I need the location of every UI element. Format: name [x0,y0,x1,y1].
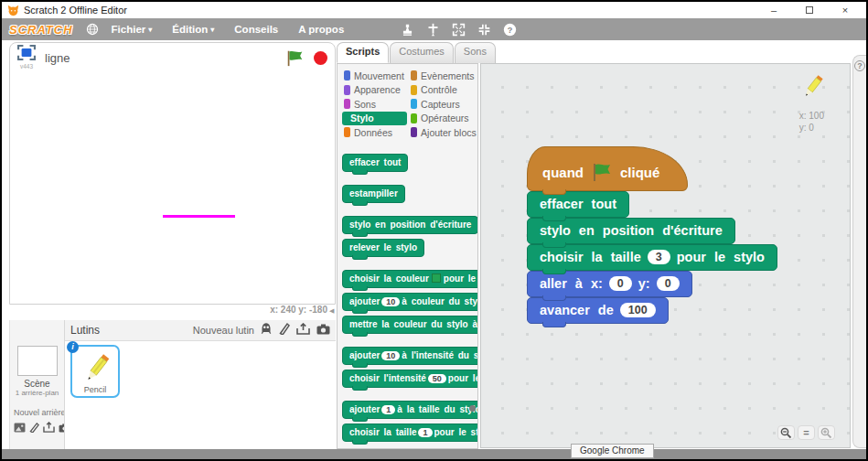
category-color-chip [344,70,350,80]
green-flag-button[interactable] [285,49,305,67]
delete-icon[interactable] [426,23,440,37]
upload-sprite-icon[interactable] [296,322,310,338]
block-value-input[interactable]: 1 [381,405,395,414]
scratch-window: Scratch 2 Offline Editor – × SCRATCH Fic… [0,0,868,461]
menu-a-propos[interactable]: A propos [298,24,344,35]
menu-conseils[interactable]: Conseils [234,24,278,35]
shrink-sprite-icon[interactable] [477,23,491,37]
block-label: cliqué [620,165,659,180]
minimize-button[interactable]: – [758,5,789,16]
backdrop-library-icon[interactable] [14,420,26,436]
restore-button[interactable] [794,5,825,16]
pencil-sprite-image [81,350,111,391]
stage-canvas[interactable] [10,70,335,301]
palette-block[interactable]: relever le stylo [342,239,424,257]
script-block[interactable]: avancer de100 [527,297,669,324]
sprite-info-badge[interactable]: i [67,341,79,353]
zoom-reset-button[interactable]: = [798,425,815,440]
script-hat-block[interactable]: quandcliqué [527,146,688,191]
paint-sprite-icon[interactable] [279,322,290,338]
camera-sprite-icon[interactable] [316,322,330,338]
block-label: aller à x: [540,276,603,291]
tab-sons[interactable]: Sons [455,42,496,63]
palette-block[interactable]: choisir l'intensité50pour le stylo [342,370,478,388]
zoom-out-button[interactable] [777,425,795,440]
palette-scrollbar-thumb[interactable] [469,405,476,412]
palette-block[interactable]: ajouter10à couleur du stylo [342,293,478,311]
palette-collapse-arrow[interactable]: ◀ [329,307,334,315]
tab-scripts[interactable]: Scripts [337,42,389,63]
category-color-chip [411,127,417,137]
script-block[interactable]: aller à x:0y:0 [527,271,692,297]
category-mouvement[interactable]: Mouvement [342,69,407,83]
palette-block[interactable]: ajouter10à l'intensité du stylo [342,347,478,365]
stage-thumbnail[interactable] [17,346,58,376]
stop-button[interactable] [314,51,327,65]
help-flyout-strip[interactable]: ? [852,55,866,448]
category-sons[interactable]: Sons [342,97,407,112]
sprite-card-pencil[interactable]: i Pencil [70,345,120,398]
category-opérateurs[interactable]: Opérateurs [409,112,478,126]
camera-backdrop-icon[interactable] [59,420,65,436]
script-block[interactable]: choisir la taille3pour le stylo [527,244,777,271]
project-name[interactable]: ligne [45,51,276,65]
block-value-input[interactable]: 0 [657,276,680,291]
category-ajouter-blocs[interactable]: Ajouter blocs [409,125,478,140]
palette-block[interactable]: estampiller [342,185,405,203]
palette-block[interactable]: effacer tout [342,154,408,172]
category-label: Apparence [354,84,401,95]
help-icon[interactable]: ? [854,60,865,71]
mouse-coordinates: x: 240 y: -180 [9,305,327,315]
scratch-logo[interactable]: SCRATCH [9,23,73,37]
palette-block[interactable]: mettre la couleur du stylo à0 [342,316,478,334]
grow-sprite-icon[interactable] [452,23,466,37]
upload-backdrop-icon[interactable] [43,420,55,436]
pen-color-swatch[interactable] [432,273,441,283]
block-label: stylo en position d'écriture [540,223,723,238]
menu-edition[interactable]: Édition▾ [172,24,214,35]
category-données[interactable]: Données [342,125,407,140]
category-color-chip [411,70,417,80]
category-contrôle[interactable]: Contrôle [409,83,478,98]
editor-tabs: Scripts Costumes Sons [337,42,478,63]
block-label: relever le stylo [349,242,417,252]
script-block[interactable]: stylo en position d'écriture [527,218,735,244]
close-button[interactable]: × [830,5,861,16]
block-value-input[interactable]: 3 [648,250,670,264]
palette-block[interactable]: stylo en position d'écriture [342,216,478,234]
category-label: Opérateurs [421,113,469,123]
window-title: Scratch 2 Offline Editor [24,5,754,16]
block-value-input[interactable]: 0 [609,276,632,291]
category-stylo[interactable]: Stylo [342,112,407,126]
category-capteurs[interactable]: Capteurs [409,97,478,112]
script-block[interactable]: effacer tout [527,191,629,218]
duplicate-stamp-icon[interactable] [401,23,414,37]
block-value-input[interactable]: 50 [428,374,446,383]
block-value-input[interactable]: 10 [381,351,400,360]
palette-block[interactable]: choisir la taille1pour le stylo [342,423,478,442]
paint-backdrop-icon[interactable] [29,420,39,436]
category-color-chip [344,127,350,137]
zoom-in-button[interactable] [818,425,835,440]
scripts-canvas[interactable]: x: 100 y: 0 quandcliquéeffacer toutstylo… [480,63,851,448]
presentation-mode-icon[interactable] [17,45,36,63]
block-label: effacer tout [540,197,616,211]
menu-fichier[interactable]: Fichier▾ [112,24,153,35]
category-apparence[interactable]: Apparence [342,83,407,98]
sprite-library-icon[interactable] [260,322,273,338]
block-value-input[interactable]: 1 [418,428,432,437]
block-label: mettre la couleur du stylo à [349,319,477,329]
palette-block[interactable]: choisir la couleurpour le stylo [342,270,478,288]
block-value-input[interactable]: 10 [381,297,400,306]
block-help-icon[interactable]: ? [503,23,517,37]
tab-costumes[interactable]: Costumes [390,42,454,63]
language-globe-icon[interactable] [86,23,99,36]
block-label: avancer de [540,303,614,317]
palette-block[interactable]: ajouter1à la taille du stylo [342,401,478,419]
block-value-input[interactable]: 100 [620,303,656,317]
block-label: pour le stylo [448,373,478,383]
sprite-pane: Scène 1 arrière-plan Nouvel arrière-p Lu… [9,320,336,449]
block-label: ajouter [349,296,380,306]
category-label: Evènements [421,70,474,81]
category-evènements[interactable]: Evènements [409,69,478,83]
